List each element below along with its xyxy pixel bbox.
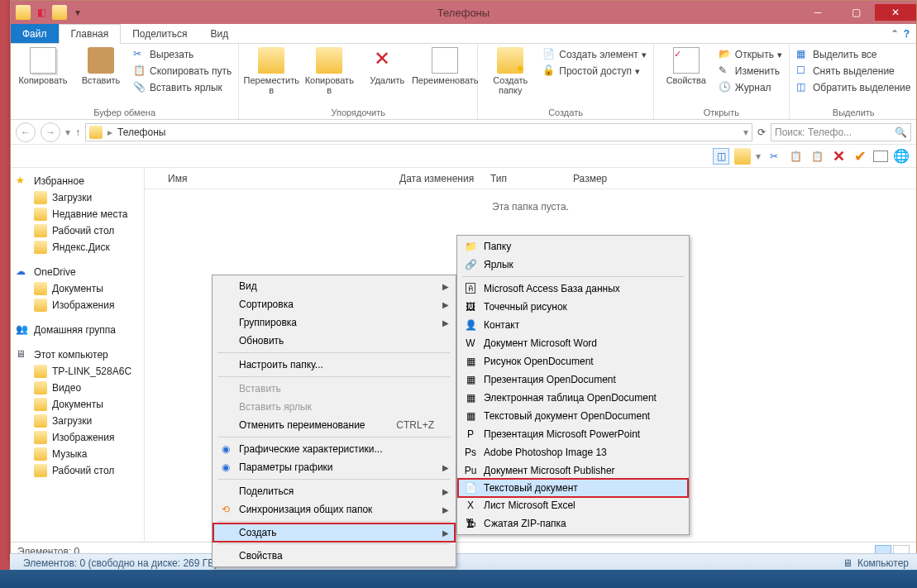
new-odg[interactable]: ▦Рисунок OpenDocument (459, 352, 687, 370)
new-pub[interactable]: PuДокумент Microsoft Publisher (459, 461, 687, 480)
ctx-customize[interactable]: Настроить папку... (214, 356, 454, 374)
ctx-sync[interactable]: ⟲Синхронизация общих папок▶ (214, 500, 454, 519)
copy-path-button[interactable]: 📋Скопировать путь (131, 64, 233, 79)
col-size[interactable]: Размер (566, 173, 633, 184)
nav-item[interactable]: TP-LINK_528A6C (34, 363, 144, 380)
check-icon[interactable]: ✔ (852, 148, 868, 165)
window-icon[interactable] (873, 151, 888, 162)
address-input[interactable]: ▸ Телефоны ▾ (85, 123, 752, 141)
nav-item[interactable]: Загрузки (34, 189, 144, 206)
select-all-button[interactable]: ▦Выделить все (795, 47, 913, 62)
paste-button[interactable]: Вставить (74, 45, 128, 85)
new-ppt[interactable]: PПрезентация Microsoft PowerPoint (459, 425, 687, 443)
cut-icon[interactable]: ✂ (766, 148, 782, 165)
tab-file[interactable]: Файл (11, 24, 59, 43)
navigation-pane[interactable]: ★Избранное ЗагрузкиНедавние местаРабочий… (11, 168, 145, 542)
new-zip[interactable]: 🗜Сжатая ZIP-папка (459, 514, 687, 533)
new-ods[interactable]: ▦Электронная таблица OpenDocument (459, 389, 687, 407)
qat-dropdown-icon[interactable]: ▾ (70, 5, 85, 20)
taskbar[interactable] (0, 570, 917, 588)
new-word[interactable]: WДокумент Microsoft Word (459, 334, 687, 352)
new-contact[interactable]: 👤Контакт (459, 316, 687, 334)
column-headers[interactable]: Имя Дата изменения Тип Размер (145, 168, 916, 189)
panes-button[interactable]: ◫ (713, 148, 729, 165)
nav-item[interactable]: Изображения (34, 429, 144, 446)
ctx-gfx-char[interactable]: ◉Графические характеристики... (214, 440, 454, 458)
tab-view[interactable]: Вид (198, 24, 240, 43)
new-odp[interactable]: ▦Презентация OpenDocument (459, 370, 687, 389)
new-access[interactable]: 🄰Microsoft Access База данных (459, 280, 687, 298)
ctx-sort[interactable]: Сортировка▶ (214, 295, 454, 313)
back-button[interactable]: ← (16, 122, 36, 142)
nav-item[interactable]: Загрузки (34, 413, 144, 429)
col-type[interactable]: Тип (484, 173, 566, 184)
nav-favorites[interactable]: ★Избранное (16, 173, 144, 189)
new-folder-button[interactable]: ✦Создать папку (483, 45, 537, 95)
invert-selection-button[interactable]: ◫Обратить выделение (795, 80, 913, 95)
nav-item[interactable]: Документы (34, 396, 144, 413)
qat-newfolder-icon[interactable] (52, 5, 67, 20)
move-to-button[interactable]: Переместить в (244, 45, 299, 95)
new-psd[interactable]: PsAdobe Photoshop Image 13 (459, 443, 687, 461)
new-bmp[interactable]: 🖼Точечный рисунок (459, 298, 687, 316)
refresh-button[interactable]: ⟳ (757, 127, 766, 138)
nav-item[interactable]: Музыка (34, 446, 144, 462)
close-button[interactable]: ✕ (875, 4, 916, 21)
ctx-group[interactable]: Группировка▶ (214, 313, 454, 332)
ctx-share[interactable]: Поделиться▶ (214, 482, 454, 500)
open-button[interactable]: 📂Открыть ▾ (717, 47, 784, 62)
select-none-button[interactable]: ☐Снять выделение (795, 64, 913, 79)
tab-share[interactable]: Поделиться (121, 24, 198, 43)
forward-button[interactable]: → (41, 122, 60, 142)
nav-homegroup[interactable]: 👥Домашняя группа (16, 322, 144, 338)
history-dropdown-icon[interactable]: ▾ (65, 127, 70, 138)
new-txt[interactable]: 📄Текстовый документ (458, 479, 688, 497)
easy-access-button[interactable]: 🔓Простой доступ ▾ (541, 64, 648, 79)
copy-icon[interactable]: 📋 (787, 148, 804, 165)
ctx-view[interactable]: Вид▶ (214, 277, 454, 295)
copy-button[interactable]: Копировать (16, 45, 70, 85)
delete-icon[interactable]: ✕ (830, 148, 847, 165)
qat-folder-icon[interactable] (16, 5, 31, 20)
qat-properties-icon[interactable]: ◧ (34, 5, 49, 20)
new-xls[interactable]: XЛист Microsoft Excel (459, 496, 687, 514)
new-item-button[interactable]: 📄Создать элемент ▾ (541, 47, 648, 62)
breadcrumb[interactable]: Телефоны (117, 127, 165, 138)
rename-button[interactable]: Переименовать (418, 45, 472, 85)
nav-item[interactable]: Недавние места (34, 206, 144, 222)
nav-onedrive[interactable]: ☁OneDrive (16, 264, 144, 280)
ctx-gfx-param[interactable]: ◉Параметры графики▶ (214, 458, 454, 476)
paste-shortcut-button[interactable]: 📎Вставить ярлык (131, 80, 233, 95)
history-button[interactable]: 🕓Журнал (717, 80, 784, 95)
new-shortcut[interactable]: 🔗Ярлык (459, 256, 687, 274)
paste-icon[interactable]: 📋 (809, 148, 825, 165)
nav-item[interactable]: Рабочий стол (34, 462, 144, 479)
ribbon-collapse-icon[interactable]: ⌃ (891, 28, 899, 40)
ctx-undo-rename[interactable]: Отменить переименованиеCTRL+Z (214, 416, 454, 434)
up-button[interactable]: ↑ (75, 127, 80, 138)
col-modified[interactable]: Дата изменения (393, 173, 484, 184)
cut-button[interactable]: ✂Вырезать (131, 47, 233, 62)
nav-item[interactable]: Яндекс.Диск (34, 239, 144, 256)
tab-home[interactable]: Главная (59, 24, 122, 44)
properties-button[interactable]: ✓Свойства (659, 45, 714, 85)
new-odt[interactable]: ▦Текстовый документ OpenDocument (459, 407, 687, 425)
minimize-button[interactable]: ─ (799, 4, 837, 21)
search-input[interactable]: Поиск: Телефо...🔍 (771, 123, 911, 141)
maximize-button[interactable]: ▢ (837, 4, 875, 21)
copy-to-button[interactable]: Копировать в (302, 45, 356, 95)
ctx-refresh[interactable]: Обновить (214, 332, 454, 350)
ctx-properties[interactable]: Свойства (214, 547, 454, 565)
nav-item[interactable]: Документы (34, 280, 144, 297)
context-menu[interactable]: Вид▶ Сортировка▶ Группировка▶ Обновить Н… (212, 275, 456, 567)
nav-item[interactable]: Изображения (34, 297, 144, 313)
titlebar[interactable]: ◧ ▾ Телефоны ─ ▢ ✕ (11, 1, 916, 24)
ctx-create[interactable]: Создать▶ (213, 523, 455, 542)
delete-button[interactable]: ✕Удалить (360, 45, 414, 85)
help-icon[interactable]: ? (904, 28, 910, 40)
edit-button[interactable]: ✎Изменить (717, 64, 784, 79)
col-name[interactable]: Имя (161, 173, 393, 184)
nav-item[interactable]: Рабочий стол (34, 222, 144, 239)
organize-button[interactable] (734, 148, 751, 165)
globe-icon[interactable]: 🌐 (893, 148, 910, 165)
